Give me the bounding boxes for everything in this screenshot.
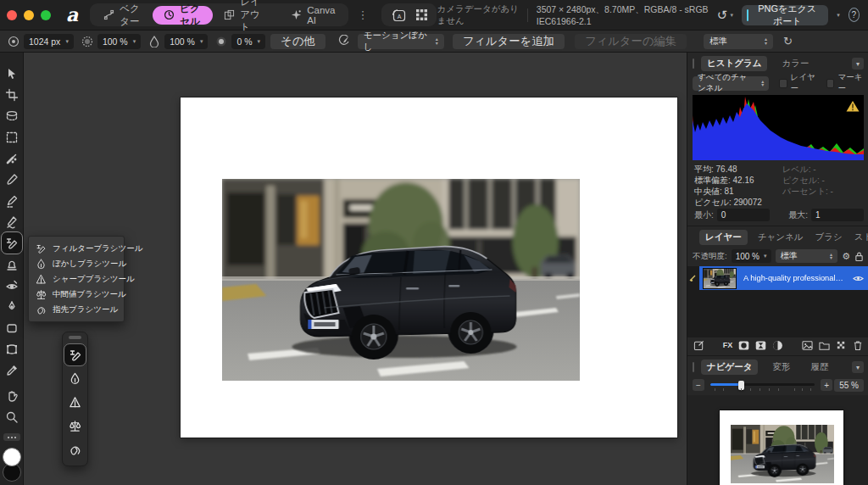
brush-opacity-input[interactable]: 100 % ▾: [97, 34, 141, 49]
tab-channels[interactable]: チャンネル: [756, 230, 805, 245]
layer-visibility-eye-icon[interactable]: [853, 275, 864, 282]
red-eye-tool[interactable]: [2, 275, 22, 296]
snapping-grid-icon[interactable]: [415, 8, 428, 21]
brush-width-input[interactable]: 1024 px ▾: [24, 34, 74, 49]
rectangle-tool[interactable]: [2, 317, 22, 338]
max-input[interactable]: 1: [811, 209, 864, 221]
crop-tool[interactable]: [2, 84, 22, 105]
drag-handle[interactable]: [69, 336, 81, 339]
menu-item-label: フィルターブラシツール: [53, 243, 143, 254]
tab-layers[interactable]: レイヤー: [699, 230, 748, 245]
tab-histogram[interactable]: ヒストグラム: [701, 56, 767, 71]
brush-flow-input[interactable]: 100 % ▾: [164, 34, 208, 49]
pixel-layer-grid-icon[interactable]: [836, 340, 847, 351]
mesh-warp-tool[interactable]: [2, 338, 22, 360]
marquee-checkbox[interactable]: [826, 79, 834, 88]
edit-layer-icon[interactable]: [693, 340, 704, 351]
tab-vector-persona[interactable]: ベクター: [92, 6, 153, 25]
window-controls: [0, 10, 61, 20]
zoom-slider[interactable]: [710, 379, 815, 391]
filter-brush-tool-button[interactable]: [64, 344, 86, 365]
car-photo[interactable]: [222, 179, 580, 381]
sharpen-brush-tool-button[interactable]: [64, 392, 86, 413]
panel-grip[interactable]: [693, 362, 694, 372]
delete-trash-icon[interactable]: [853, 340, 863, 351]
opacity-input[interactable]: 100 % ▾: [732, 249, 771, 263]
export-options-chevron-icon[interactable]: ▾: [837, 12, 840, 19]
add-filter-button[interactable]: フィルターを追加: [453, 34, 565, 49]
move-tool[interactable]: [2, 63, 22, 84]
layer-blend-mode-select[interactable]: 標準 ▴▾: [776, 249, 838, 263]
smudge-brush-tool-button[interactable]: [64, 439, 86, 460]
more-button[interactable]: その他: [270, 34, 326, 49]
median-brush-tool-button[interactable]: [64, 415, 86, 437]
filter-type-select[interactable]: モーションぼかし ▴▾: [358, 34, 444, 49]
tab-history[interactable]: 履歴: [804, 360, 834, 375]
panel-grip[interactable]: [693, 59, 694, 69]
assistant-icon[interactable]: A: [390, 8, 407, 23]
menu-item-blur-brush[interactable]: ぼかしブラシツール: [29, 256, 124, 271]
brush-editor-icon[interactable]: [337, 35, 351, 47]
adjustment-layer-icon[interactable]: [755, 340, 766, 351]
live-filter-icon[interactable]: [772, 340, 783, 351]
color-picker-tool[interactable]: [2, 360, 22, 381]
place-image-icon[interactable]: [802, 340, 813, 351]
selection-brush-tool[interactable]: [2, 105, 22, 126]
channel-select[interactable]: すべてのチャンネル ▴▾: [693, 76, 769, 91]
zoom-tool[interactable]: [2, 406, 22, 427]
tab-pixel-label: ピクセル: [180, 3, 202, 28]
view-hand-tool[interactable]: [2, 385, 22, 406]
minimize-window-icon[interactable]: [24, 10, 34, 20]
menu-item-median-brush[interactable]: 中間値ブラシツール: [29, 287, 124, 302]
export-png-button[interactable]: PNGをエクスポート: [742, 5, 828, 25]
reset-icon[interactable]: ↻: [783, 35, 793, 47]
artboard[interactable]: [181, 98, 677, 438]
tab-pixel-persona[interactable]: ピクセル: [153, 6, 213, 25]
menu-item-sharpen-brush[interactable]: シャープブラシツール: [29, 271, 124, 287]
filter-brush-tool[interactable]: [2, 232, 22, 254]
lock-icon[interactable]: [854, 251, 864, 262]
tab-color[interactable]: カラー: [776, 56, 815, 71]
zoom-value[interactable]: 55 %: [834, 379, 864, 392]
marquee-tool[interactable]: [2, 126, 22, 148]
zoom-slider-ticks: [710, 388, 815, 391]
close-window-icon[interactable]: [7, 10, 17, 20]
undo-history-control[interactable]: ↺ ▾: [717, 8, 733, 23]
zoom-window-icon[interactable]: [41, 10, 51, 20]
clone-stamp-tool[interactable]: [2, 254, 22, 275]
tab-canva-ai[interactable]: Canva AI: [280, 6, 346, 25]
menu-item-filter-brush[interactable]: フィルターブラシツール: [29, 241, 124, 256]
paint-brush-tool[interactable]: [2, 169, 22, 190]
layer-checkbox[interactable]: [779, 79, 787, 88]
blur-brush-tool-button[interactable]: [64, 368, 86, 389]
navigator-preview[interactable]: [687, 395, 868, 485]
group-folder-icon[interactable]: [819, 340, 830, 351]
color-replacement-brush-tool[interactable]: [2, 211, 22, 232]
gear-icon[interactable]: ⚙: [842, 251, 850, 262]
panel-collapse-chevron-icon[interactable]: ▾: [852, 58, 864, 70]
min-input[interactable]: 0: [717, 209, 770, 221]
mixer-brush-tool[interactable]: [2, 148, 22, 169]
brush-hardness-input[interactable]: 0 % ▾: [231, 34, 265, 49]
tab-navigator[interactable]: ナビゲータ: [701, 360, 758, 375]
zoom-in-button[interactable]: +: [821, 379, 832, 391]
tab-stock[interactable]: ストック: [853, 230, 868, 245]
zoom-out-button[interactable]: −: [693, 379, 704, 391]
navigator-page-thumbnail[interactable]: [720, 410, 843, 485]
persona-overflow-menu-icon[interactable]: ⋮: [348, 8, 376, 21]
blend-mode-select[interactable]: 標準 ▴▾: [704, 34, 773, 49]
mask-layer-icon[interactable]: [738, 340, 749, 351]
tab-brushes[interactable]: ブラシ: [813, 230, 843, 245]
tab-layout-persona[interactable]: レイアウト: [213, 6, 280, 25]
pen-tool[interactable]: [2, 296, 22, 317]
layer-row-selected[interactable]: A high-quality professional stock phot…: [699, 266, 868, 290]
pixel-pencil-tool[interactable]: [2, 190, 22, 211]
foreground-color-swatch[interactable]: [3, 448, 21, 466]
tab-transform[interactable]: 変形: [766, 360, 796, 375]
help-button[interactable]: ?: [849, 8, 860, 22]
layer-effects-fx-icon[interactable]: FX: [723, 341, 733, 349]
sharpen-brush-icon: [36, 274, 47, 285]
panel-collapse-chevron-icon[interactable]: ▾: [852, 361, 864, 373]
menu-item-smudge-brush[interactable]: 指先ブラシツール: [29, 302, 124, 317]
more-tools-button[interactable]: [3, 433, 20, 441]
